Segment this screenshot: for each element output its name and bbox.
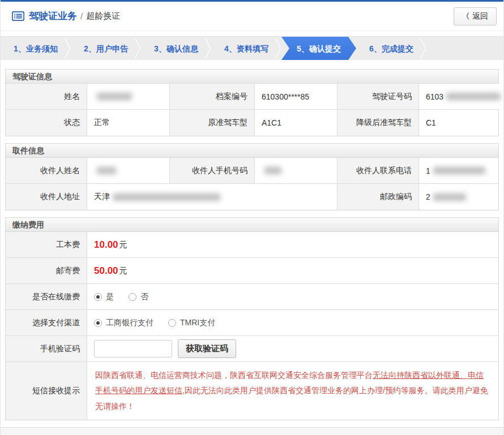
redacted-blur — [113, 193, 220, 201]
radio-label: TMRI支付 — [180, 318, 215, 328]
downgraded-class-label: 降级后准驾车型 — [338, 110, 419, 136]
mailing-fee-value: 50.00 元 — [87, 258, 498, 283]
table-row: 是否在线缴费 是 否 — [6, 284, 498, 310]
online-payment-label: 是否在线缴费 — [6, 284, 87, 309]
page-header: 驾驶证业务 / 超龄换证 〈 返回 — [1, 2, 503, 31]
step-6: 6、完成提交 — [356, 37, 426, 60]
sms-code-field: 获取验证码 — [87, 336, 498, 361]
radio-label: 是 — [106, 292, 114, 302]
file-no-label: 档案编号 — [170, 84, 255, 109]
fee-unit: 元 — [119, 240, 127, 250]
production-fee-value: 10.00 元 — [87, 232, 498, 257]
table-row: 收件人地址 天津 邮政编码 2 — [6, 184, 498, 210]
recipient-name-label: 收件人姓名 — [6, 158, 87, 183]
redacted-blur — [97, 167, 116, 174]
production-fee-amount: 10.00 — [94, 239, 118, 251]
recipient-phone-label: 收件人联系电话 — [338, 158, 419, 183]
table-row: 姓名 档案编号 610300****85 驾驶证号码 6103 — [6, 84, 498, 110]
back-button[interactable]: 〈 返回 — [454, 7, 497, 25]
license-info-title: 驾驶证信息 — [6, 70, 498, 84]
page-container: 驾驶证业务 / 超龄换证 〈 返回 1、业务须知 2、用户申告 3、确认信息 4… — [0, 0, 504, 435]
table-row: 工本费 10.00 元 — [6, 232, 498, 258]
table-row: 选择支付渠道 工商银行支付 TMRI支付 — [6, 310, 498, 336]
get-code-button[interactable]: 获取验证码 — [178, 339, 236, 358]
recipient-mobile-label: 收件人手机号码 — [170, 158, 255, 183]
fee-unit: 元 — [119, 266, 127, 276]
status-value: 正常 — [87, 110, 170, 136]
recipient-name-value — [87, 158, 170, 183]
channel-options: 工商银行支付 TMRI支付 — [87, 310, 498, 335]
radio-selected-icon — [94, 293, 102, 301]
table-row: 手机验证码 获取验证码 — [6, 336, 498, 362]
form-list-icon — [12, 11, 24, 21]
original-class-value: A1C1 — [255, 110, 338, 136]
original-class-label: 原准驾车型 — [170, 110, 255, 136]
payment-section: 缴纳费用 工本费 10.00 元 邮寄费 50.00 元 是否在线缴费 — [5, 217, 499, 420]
recipient-address-label: 收件人地址 — [6, 184, 87, 210]
recipient-address-value: 天津 — [87, 184, 338, 210]
step-5-active: 5、确认提交 — [281, 37, 356, 60]
pickup-info-section: 取件信息 收件人姓名 收件人手机号码 收件人联系电话 1 收件人地址 天津 邮政… — [5, 143, 499, 210]
recipient-mobile-value — [255, 158, 338, 183]
breadcrumb-subtitle: 超龄换证 — [86, 11, 120, 21]
production-fee-label: 工本费 — [6, 232, 87, 257]
redacted-blur — [97, 93, 132, 100]
radio-unselected-icon — [129, 293, 136, 301]
back-chevron-icon: 〈 — [462, 11, 469, 21]
radio-selected-icon — [94, 319, 102, 327]
mailing-fee-label: 邮寄费 — [6, 258, 87, 283]
redacted-blur — [433, 167, 485, 174]
table-row: 状态 正常 原准驾车型 A1C1 降级后准驾车型 C1 — [6, 110, 498, 136]
status-label: 状态 — [6, 110, 87, 136]
online-payment-options: 是 否 — [87, 284, 498, 309]
payment-title: 缴纳费用 — [6, 218, 498, 232]
recipient-phone-value: 1 — [419, 158, 498, 183]
downgraded-class-value: C1 — [419, 110, 498, 136]
license-info-section: 驾驶证信息 姓名 档案编号 610300****85 驾驶证号码 6103 状态… — [5, 69, 499, 136]
table-row: 收件人姓名 收件人手机号码 收件人联系电话 1 — [6, 158, 498, 184]
step-progress-bar: 1、业务须知 2、用户申告 3、确认信息 4、资料填写 5、确认提交 6、完成提… — [1, 36, 503, 60]
table-row: 邮寄费 50.00 元 — [6, 258, 498, 284]
sms-code-label: 手机验证码 — [6, 336, 87, 361]
redacted-blur — [264, 167, 281, 174]
page-title: 驾驶证业务 — [29, 10, 77, 23]
license-no-label: 驾驶证号码 — [338, 84, 419, 109]
table-row: 短信接收提示 因陕西省联通、电信运营商技术问题，陕西省互联网交通安全综合服务管理… — [6, 362, 498, 420]
channel-label: 选择支付渠道 — [6, 310, 87, 335]
sms-notice-text: 因陕西省联通、电信运营商技术问题，陕西省互联网交通安全综合服务管理平台无法向持陕… — [87, 362, 498, 420]
step-1: 1、业务须知 — [1, 37, 71, 60]
radio-unselected-icon — [168, 319, 176, 327]
radio-channel-icbc[interactable]: 工商银行支付 — [94, 318, 153, 328]
breadcrumb-divider: / — [80, 11, 83, 21]
radio-label: 工商银行支付 — [106, 318, 153, 328]
redacted-blur — [433, 193, 466, 201]
radio-label: 否 — [140, 292, 148, 302]
file-no-value: 610300****85 — [255, 84, 338, 109]
radio-online-yes[interactable]: 是 — [94, 292, 114, 302]
radio-channel-tmri[interactable]: TMRI支付 — [168, 318, 215, 328]
postal-code-label: 邮政编码 — [338, 184, 419, 210]
name-label: 姓名 — [6, 84, 87, 109]
redacted-blur — [446, 93, 501, 100]
step-2: 2、用户申告 — [71, 37, 141, 60]
step-3: 3、确认信息 — [141, 37, 211, 60]
mailing-fee-amount: 50.00 — [94, 265, 118, 277]
sms-notice-label: 短信接收提示 — [6, 362, 87, 420]
postal-code-value: 2 — [419, 184, 498, 210]
back-button-label: 返回 — [472, 11, 488, 21]
footer-action-bar: 上一步 完成 — [1, 427, 503, 435]
sms-code-input[interactable] — [94, 340, 172, 358]
license-no-value: 6103 — [419, 84, 501, 109]
name-value — [87, 84, 170, 109]
main-content: 驾驶证信息 姓名 档案编号 610300****85 驾驶证号码 6103 状态… — [1, 60, 503, 427]
radio-online-no[interactable]: 否 — [129, 292, 148, 302]
step-4: 4、资料填写 — [211, 37, 281, 60]
pickup-info-title: 取件信息 — [6, 144, 498, 158]
